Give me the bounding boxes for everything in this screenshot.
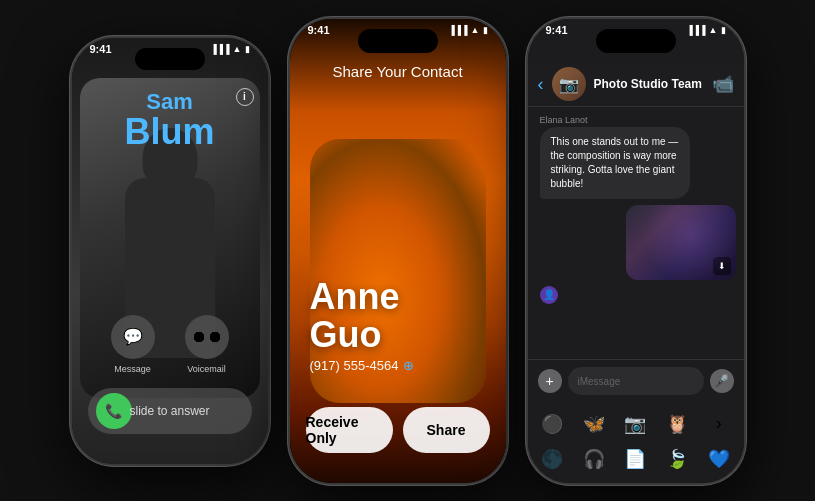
voice-input-button[interactable]: 🎤 [710, 369, 734, 393]
share-contact-title: Share Your Contact [332, 63, 462, 80]
sticker-emoji-tray[interactable]: ⚫ 🦋 📷 🦉 › 🌑 🎧 📄 🍃 💙 [528, 403, 744, 483]
side-button-right-2 [506, 119, 508, 169]
contact-name: Anne Guo [310, 278, 486, 354]
group-avatar [552, 67, 586, 101]
group-name: Photo Studio Team [594, 77, 704, 91]
sticker-headphones[interactable]: 🎧 [577, 444, 611, 474]
phone-3-messages: 9:41 ▐▐▐ ▲ ▮ ‹ Photo Studio Team 📹 Elana… [526, 17, 746, 485]
signal-icon-1: ▐▐▐ [210, 44, 229, 54]
status-icons-2: ▐▐▐ ▲ ▮ [448, 25, 487, 35]
share-contact-header: Share Your Contact [290, 63, 506, 81]
received-message-1: This one stands out to me — the composit… [540, 127, 690, 199]
wifi-icon-2: ▲ [471, 25, 480, 35]
message-button[interactable]: 💬 Message [111, 315, 155, 374]
imessage-input[interactable]: iMessage [568, 367, 704, 395]
contact-first-name: Anne [310, 276, 400, 317]
header-info: Photo Studio Team [594, 77, 704, 91]
messages-body[interactable]: Elana Lanot This one stands out to me — … [528, 107, 744, 323]
wifi-icon-1: ▲ [233, 44, 242, 54]
contact-phone-row: (917) 555-4564 ⊕ [310, 358, 486, 373]
add-attachment-button[interactable]: + [538, 369, 562, 393]
slide-to-answer[interactable]: 📞 slide to answer [88, 388, 252, 434]
sticker-owl[interactable]: 🦉 [660, 409, 694, 439]
sticker-leaf[interactable]: 🍃 [660, 444, 694, 474]
message-text-1: This one stands out to me — the composit… [551, 136, 679, 189]
reaction-avatars: 👤 [540, 286, 736, 304]
message-input-area: + iMessage 🎤 [528, 359, 744, 403]
receive-only-label: Receive Only [306, 414, 393, 446]
share-action-buttons: Receive Only Share [306, 407, 490, 453]
slide-to-answer-text: slide to answer [96, 404, 244, 418]
time-1: 9:41 [90, 44, 112, 55]
signal-icon-3: ▐▐▐ [686, 25, 705, 35]
dynamic-island-3 [596, 29, 676, 53]
side-button-right-1 [268, 138, 270, 188]
phone-2-share-contact: 9:41 ▐▐▐ ▲ ▮ Share Your Contact Anne Guo… [288, 17, 508, 485]
signal-icon-2: ▐▐▐ [448, 25, 467, 35]
phone-chevron-icon: ⊕ [403, 358, 414, 373]
time-3: 9:41 [546, 25, 568, 36]
sticker-planet[interactable]: 🌑 [536, 444, 570, 474]
sticker-bubble[interactable]: ⚫ [536, 409, 570, 439]
battery-icon-3: ▮ [721, 25, 726, 35]
contact-phone-number: (917) 555-4564 [310, 358, 399, 373]
call-action-buttons: 💬 Message ⏺⏺ Voicemail [72, 315, 268, 374]
back-button[interactable]: ‹ [538, 74, 544, 95]
battery-icon-1: ▮ [245, 44, 250, 54]
messages-header: ‹ Photo Studio Team 📹 [528, 63, 744, 107]
time-2: 9:41 [308, 25, 330, 36]
phone-1-incoming-call: 9:41 ▐▐▐ ▲ ▮ i Sam Blum 💬 Message [70, 36, 270, 466]
sticker-more[interactable]: › [702, 409, 736, 439]
side-button-right-3 [744, 119, 746, 169]
sticker-row-1: ⚫ 🦋 📷 🦉 › [536, 409, 736, 439]
caller-last-name: Blum [72, 114, 268, 150]
voicemail-icon: ⏺⏺ [191, 328, 223, 346]
sticker-row-2: 🌑 🎧 📄 🍃 💙 [536, 444, 736, 474]
voicemail-label: Voicemail [187, 364, 226, 374]
dynamic-island-2 [358, 29, 438, 53]
message-label: Message [114, 364, 151, 374]
status-icons-1: ▐▐▐ ▲ ▮ [210, 44, 249, 54]
share-label: Share [427, 422, 466, 438]
save-icon[interactable]: ⬇ [713, 257, 731, 275]
sender-name: Elana Lanot [540, 115, 736, 125]
sticker-paper[interactable]: 📄 [619, 444, 653, 474]
message-circle: 💬 [111, 315, 155, 359]
dynamic-island-1 [135, 48, 205, 70]
voicemail-circle: ⏺⏺ [185, 315, 229, 359]
sticker-camera[interactable]: 📷 [619, 409, 653, 439]
info-icon[interactable]: i [236, 88, 254, 106]
imessage-placeholder: iMessage [578, 376, 621, 387]
receive-only-button[interactable]: Receive Only [306, 407, 393, 453]
battery-icon-2: ▮ [483, 25, 488, 35]
sent-photo-message: ⬇ [626, 205, 736, 280]
video-call-icon[interactable]: 📹 [712, 73, 734, 95]
share-button[interactable]: Share [403, 407, 490, 453]
status-icons-3: ▐▐▐ ▲ ▮ [686, 25, 725, 35]
phones-container: 9:41 ▐▐▐ ▲ ▮ i Sam Blum 💬 Message [0, 0, 815, 501]
wifi-icon-3: ▲ [709, 25, 718, 35]
contact-name-overlay: Anne Guo (917) 555-4564 ⊕ [310, 278, 486, 373]
sticker-heart[interactable]: 💙 [702, 444, 736, 474]
sticker-butterfly[interactable]: 🦋 [577, 409, 611, 439]
avatar-1: 👤 [540, 286, 558, 304]
contact-last-name: Guo [310, 314, 382, 355]
message-icon: 💬 [123, 327, 143, 346]
voicemail-button[interactable]: ⏺⏺ Voicemail [185, 315, 229, 374]
